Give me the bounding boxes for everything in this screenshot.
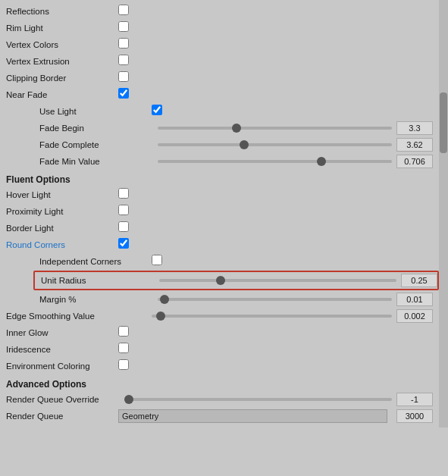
reflections-checkbox[interactable] bbox=[118, 5, 129, 15]
unit-radius-label: Unit Radius bbox=[41, 276, 147, 285]
use-light-label: Use Light bbox=[39, 107, 146, 116]
clipping-border-label: Clipping Border bbox=[6, 74, 112, 83]
render-queue-label: Render Queue bbox=[6, 412, 112, 421]
fade-complete-slider-container bbox=[152, 143, 392, 146]
rim-light-label: Rim Light bbox=[6, 23, 112, 33]
margin-percent-label: Margin % bbox=[39, 295, 146, 304]
environment-coloring-checkbox-area[interactable] bbox=[118, 359, 132, 373]
advanced-options-header: Advanced Options bbox=[0, 374, 439, 391]
hover-light-checkbox[interactable] bbox=[118, 188, 129, 199]
proximity-light-label: Proximity Light bbox=[6, 207, 112, 216]
proximity-light-checkbox-area[interactable] bbox=[118, 205, 132, 218]
inner-glow-checkbox-area[interactable] bbox=[118, 326, 132, 340]
render-queue-override-slider-container bbox=[118, 398, 392, 401]
near-fade-checkbox-area[interactable] bbox=[118, 88, 132, 102]
independent-corners-row: Independent Corners bbox=[0, 253, 439, 270]
margin-value: 0.01 bbox=[396, 293, 433, 306]
unit-radius-slider[interactable] bbox=[159, 279, 396, 282]
independent-corners-label: Independent Corners bbox=[39, 257, 146, 266]
margin-slider[interactable] bbox=[158, 298, 392, 301]
environment-coloring-checkbox[interactable] bbox=[118, 359, 129, 370]
vertex-extrusion-label: Vertex Extrusion bbox=[6, 57, 112, 66]
border-light-checkbox-area[interactable] bbox=[118, 221, 132, 235]
proximity-light-checkbox[interactable] bbox=[118, 205, 129, 215]
fade-complete-value: 3.62 bbox=[396, 138, 433, 152]
round-corners-label: Round Corners bbox=[6, 240, 112, 249]
edge-smoothing-value: 0.002 bbox=[396, 309, 433, 323]
independent-corners-checkbox-area[interactable] bbox=[152, 255, 165, 268]
reflections-label: Reflections bbox=[6, 7, 112, 16]
fade-begin-slider[interactable] bbox=[158, 127, 392, 130]
independent-corners-checkbox[interactable] bbox=[152, 255, 162, 265]
iridescence-checkbox[interactable] bbox=[118, 343, 129, 353]
scrollbar[interactable] bbox=[439, 0, 448, 427]
iridescence-row: Iridescence bbox=[0, 341, 439, 358]
iridescence-label: Iridescence bbox=[6, 345, 112, 354]
near-fade-label: Near Fade bbox=[6, 90, 112, 99]
render-queue-override-row: Render Queue Override -1 bbox=[0, 391, 439, 408]
fade-min-slider-container bbox=[152, 160, 392, 163]
fade-min-value-label: Fade Min Value bbox=[39, 157, 146, 166]
inner-glow-row: Inner Glow bbox=[0, 324, 439, 341]
round-corners-row: Round Corners bbox=[0, 236, 439, 253]
edge-smoothing-row: Edge Smoothing Value 0.002 bbox=[0, 308, 439, 324]
iridescence-checkbox-area[interactable] bbox=[118, 343, 132, 356]
use-light-checkbox-area[interactable] bbox=[152, 105, 165, 118]
use-light-row: Use Light bbox=[0, 103, 439, 120]
vertex-extrusion-row: Vertex Extrusion bbox=[0, 53, 439, 70]
scrollbar-thumb[interactable] bbox=[440, 92, 447, 153]
fade-complete-slider[interactable] bbox=[158, 143, 392, 146]
clipping-border-row: Clipping Border bbox=[0, 70, 439, 86]
clipping-border-checkbox[interactable] bbox=[118, 71, 129, 82]
fade-min-value-row: Fade Min Value 0.706 bbox=[0, 153, 439, 170]
border-light-checkbox[interactable] bbox=[118, 221, 129, 232]
environment-coloring-row: Environment Coloring bbox=[0, 358, 439, 374]
unit-radius-row: Unit Radius 0.25 bbox=[35, 272, 437, 289]
fluent-options-header: Fluent Options bbox=[0, 170, 439, 186]
fade-begin-row: Fade Begin 3.3 bbox=[0, 120, 439, 136]
hover-light-label: Hover Light bbox=[6, 190, 112, 199]
render-queue-geometry-label: Geometry bbox=[122, 412, 158, 421]
round-corners-checkbox-area[interactable] bbox=[118, 238, 132, 252]
near-fade-row: Near Fade bbox=[0, 86, 439, 103]
fade-complete-row: Fade Complete 3.62 bbox=[0, 136, 439, 153]
fade-min-value-box: 0.706 bbox=[396, 155, 433, 168]
vertex-colors-row: Vertex Colors bbox=[0, 36, 439, 53]
rim-light-row: Rim Light bbox=[0, 20, 439, 36]
render-queue-extra-value: 3000 bbox=[396, 409, 433, 423]
fade-complete-label: Fade Complete bbox=[39, 140, 146, 149]
edge-smoothing-slider[interactable] bbox=[152, 315, 392, 318]
vertex-colors-label: Vertex Colors bbox=[6, 40, 112, 49]
inner-glow-checkbox[interactable] bbox=[118, 326, 129, 337]
vertex-colors-checkbox-area[interactable] bbox=[118, 38, 132, 52]
render-queue-override-slider[interactable] bbox=[124, 398, 392, 401]
margin-slider-container bbox=[152, 298, 392, 301]
use-light-checkbox[interactable] bbox=[152, 105, 162, 115]
vertex-extrusion-checkbox[interactable] bbox=[118, 55, 129, 65]
round-corners-checkbox[interactable] bbox=[118, 238, 129, 249]
environment-coloring-label: Environment Coloring bbox=[6, 362, 112, 371]
render-queue-dropdown[interactable]: Geometry bbox=[118, 409, 387, 423]
proximity-light-row: Proximity Light bbox=[0, 203, 439, 220]
edge-smoothing-label: Edge Smoothing Value bbox=[6, 312, 143, 321]
reflections-checkbox-area[interactable] bbox=[118, 5, 132, 18]
unit-radius-value: 0.25 bbox=[401, 274, 437, 287]
border-light-row: Border Light bbox=[0, 220, 439, 236]
clipping-border-checkbox-area[interactable] bbox=[118, 71, 132, 85]
vertex-colors-checkbox[interactable] bbox=[118, 38, 129, 49]
rim-light-checkbox[interactable] bbox=[118, 21, 129, 32]
fade-min-slider[interactable] bbox=[158, 160, 392, 163]
hover-light-row: Hover Light bbox=[0, 186, 439, 203]
render-queue-override-label: Render Queue Override bbox=[6, 395, 112, 404]
near-fade-checkbox[interactable] bbox=[118, 88, 129, 99]
border-light-label: Border Light bbox=[6, 224, 112, 233]
unit-radius-slider-container bbox=[153, 279, 396, 282]
rim-light-checkbox-area[interactable] bbox=[118, 21, 132, 35]
unit-radius-highlighted-row: Unit Radius 0.25 bbox=[33, 271, 439, 290]
render-queue-override-value: -1 bbox=[396, 393, 433, 406]
vertex-extrusion-checkbox-area[interactable] bbox=[118, 55, 132, 68]
inner-glow-label: Inner Glow bbox=[6, 328, 112, 337]
fade-begin-label: Fade Begin bbox=[39, 124, 146, 133]
main-panel: Reflections Rim Light Vertex Colors Vert… bbox=[0, 0, 448, 427]
hover-light-checkbox-area[interactable] bbox=[118, 188, 132, 202]
